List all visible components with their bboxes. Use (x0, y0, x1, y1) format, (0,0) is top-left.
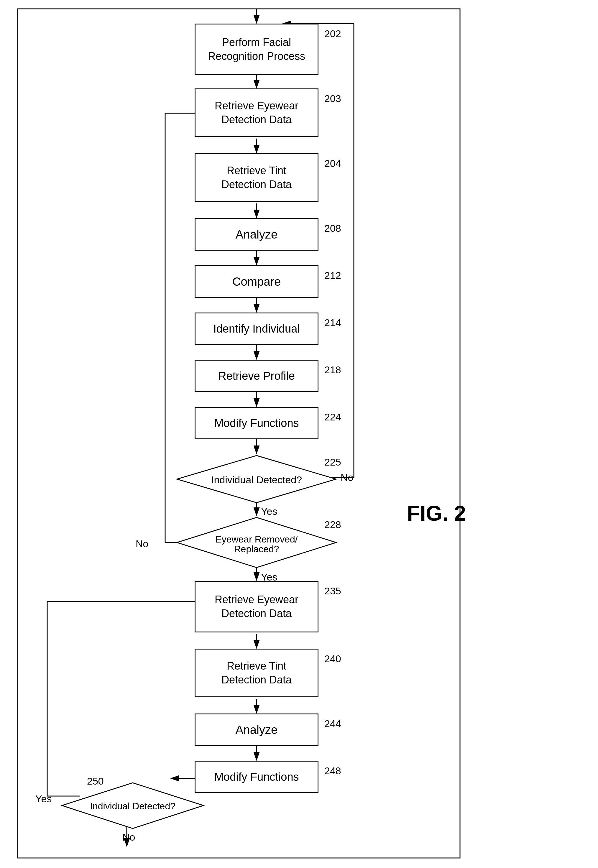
diamond-n250: Individual Detected? (59, 781, 206, 830)
box-n208: Analyze (194, 218, 318, 251)
ref-235: 235 (324, 585, 341, 597)
box-n248-label: Modify Functions (214, 771, 299, 783)
svg-text:Replaced?: Replaced? (234, 544, 279, 554)
no-label-250: No (123, 831, 135, 843)
box-n203: Retrieve Eyewear Detection Data (194, 88, 318, 137)
ref-203: 203 (324, 93, 341, 105)
box-n235: Retrieve Eyewear Detection Data (194, 581, 318, 632)
diamond-n228-shape: Eyewear Removed/ Replaced? (174, 516, 339, 569)
box-n224-label: Modify Functions (214, 417, 299, 430)
diamond-n250-shape: Individual Detected? (59, 781, 206, 830)
box-n240-label: Retrieve Tint Detection Data (221, 659, 292, 687)
fig-label: FIG. 2 (407, 501, 466, 525)
box-n204-label: Retrieve Tint Detection Data (221, 164, 292, 192)
ref-214: 214 (324, 317, 341, 329)
box-n203-label: Retrieve Eyewear Detection Data (215, 99, 298, 127)
svg-text:Eyewear Removed/: Eyewear Removed/ (215, 534, 298, 545)
box-n212: Compare (194, 265, 318, 298)
diamond-n225-shape: Individual Detected? (174, 454, 339, 504)
box-n202: Perform Facial Recognition Process (194, 24, 318, 75)
box-n202-label: Perform Facial Recognition Process (208, 36, 305, 63)
box-n244-label: Analyze (236, 723, 278, 737)
box-n218-label: Retrieve Profile (218, 370, 295, 382)
box-n240: Retrieve Tint Detection Data (194, 648, 318, 697)
svg-text:Individual Detected?: Individual Detected? (90, 801, 175, 811)
box-n212-label: Compare (232, 275, 281, 288)
box-n214-label: Identify Individual (213, 323, 300, 335)
box-n244: Analyze (194, 714, 318, 746)
ref-218: 218 (324, 364, 341, 376)
box-n224: Modify Functions (194, 407, 318, 439)
yes-label-250: Yes (35, 793, 52, 805)
ref-202: 202 (324, 28, 341, 39)
box-n248: Modify Functions (194, 761, 318, 793)
box-n214: Identify Individual (194, 312, 318, 345)
diamond-n225: Individual Detected? (174, 454, 339, 504)
no-label-228: No (136, 538, 148, 550)
ref-212: 212 (324, 270, 341, 281)
ref-240: 240 (324, 653, 341, 665)
ref-248: 248 (324, 765, 341, 777)
diamond-n228: Eyewear Removed/ Replaced? (174, 516, 339, 569)
flowchart-diagram: Perform Facial Recognition Process 202 R… (0, 0, 598, 868)
no-label-225: No (341, 472, 353, 483)
ref-224: 224 (324, 411, 341, 423)
box-n218: Retrieve Profile (194, 360, 318, 392)
ref-250: 250 (87, 775, 104, 787)
box-n208-label: Analyze (236, 228, 278, 241)
ref-204: 204 (324, 158, 341, 169)
svg-text:Individual Detected?: Individual Detected? (211, 474, 302, 485)
yes-label-225: Yes (261, 506, 277, 517)
ref-228: 228 (324, 519, 341, 530)
ref-208: 208 (324, 223, 341, 234)
ref-225: 225 (324, 456, 341, 468)
box-n235-label: Retrieve Eyewear Detection Data (215, 593, 298, 621)
ref-244: 244 (324, 718, 341, 729)
box-n204: Retrieve Tint Detection Data (194, 153, 318, 202)
